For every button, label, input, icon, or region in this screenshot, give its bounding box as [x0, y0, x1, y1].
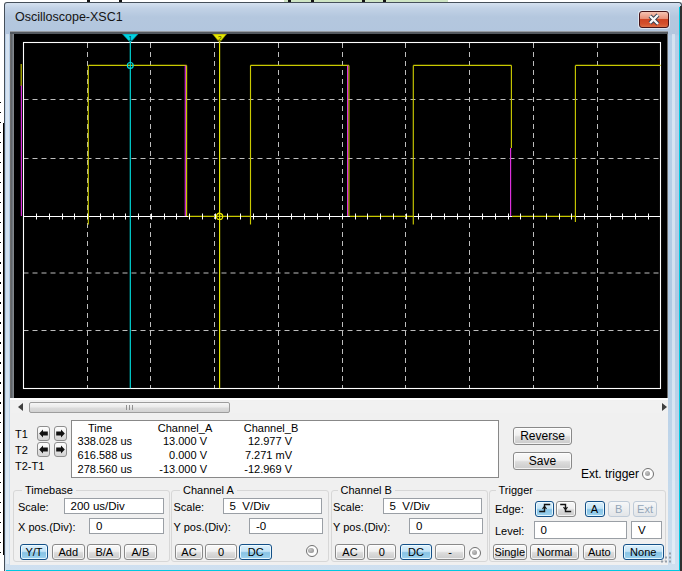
svg-text:2: 2 [218, 35, 222, 42]
svg-text:1: 1 [129, 35, 133, 42]
